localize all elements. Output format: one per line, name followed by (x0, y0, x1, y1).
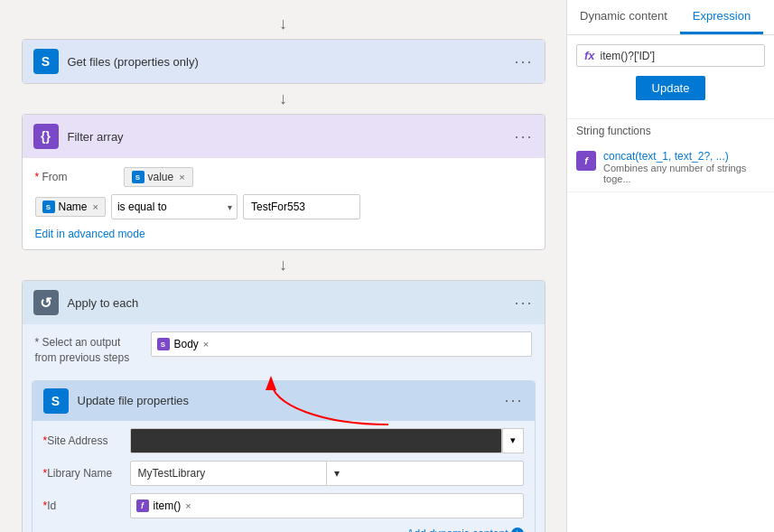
id-label: *Id (43, 499, 125, 512)
add-dynamic-label: Add dynamic content (406, 527, 508, 532)
filter-array-body: * From S value × S Name × is equal to (23, 158, 545, 249)
get-files-title: Get files (properties only) (68, 55, 199, 69)
output-tag-value: Body (174, 338, 199, 350)
edit-advanced-link[interactable]: Edit in advanced mode (35, 228, 145, 240)
apply-icon: ↺ (33, 290, 59, 315)
apply-each-card: ↺ Apply to each ··· * Select an outputfr… (22, 280, 546, 532)
apply-each-header: ↺ Apply to each ··· (23, 281, 545, 324)
tab-expression[interactable]: Expression (680, 0, 763, 34)
right-panel: Dynamic content Expression fx item()?['I… (566, 0, 774, 532)
update-file-header: S Update file properties ··· (33, 381, 535, 421)
concat-function-icon: f (576, 151, 596, 171)
panel-tabs: Dynamic content Expression (567, 0, 774, 35)
id-tag-value: item() (154, 499, 182, 512)
update-sharepoint-icon: S (43, 388, 69, 414)
condition-tag-icon: S (42, 201, 55, 213)
filter-array-header: {} Filter array ··· (23, 115, 545, 158)
from-tag-close[interactable]: × (179, 172, 184, 182)
expression-area: fx item()?['ID'] Update (567, 35, 774, 119)
filter-array-card: {} Filter array ··· * From S value × S N… (22, 114, 546, 250)
update-file-body: *Site Address ▾ *Library Name MyTestLibr… (33, 421, 535, 532)
add-dynamic-plus-icon: + (511, 527, 524, 532)
concat-function-info: concat(text_1, text_2?, ...) Combines an… (603, 150, 765, 184)
condition-name-tag[interactable]: S Name × (35, 197, 106, 217)
get-files-card: S Get files (properties only) ··· (22, 39, 546, 84)
connector-arrow-2: ↓ (18, 89, 548, 108)
condition-operator-select[interactable]: is equal to (111, 194, 238, 219)
library-chevron-icon[interactable]: ▾ (326, 462, 523, 485)
concat-function-name: concat(text_1, text_2?, ...) (603, 150, 765, 163)
concat-function-desc: Combines any number of strings toge... (603, 163, 765, 184)
output-tag-box[interactable]: S Body × (151, 331, 532, 357)
site-address-row: *Site Address ▾ (43, 428, 524, 453)
site-address-label: *Site Address (43, 434, 125, 447)
output-label: * Select an outputfrom previous steps (35, 331, 144, 366)
id-tag-box[interactable]: f item() × (130, 493, 524, 518)
id-fx-icon: f (136, 499, 149, 512)
add-dynamic-area: Add dynamic content + (43, 526, 524, 532)
connector-arrow-top: ↓ (18, 14, 548, 33)
library-name-value: MyTestLibrary (131, 467, 327, 480)
from-tag-value: value (148, 171, 174, 183)
from-tag[interactable]: S value × (124, 167, 193, 187)
output-row: * Select an outputfrom previous steps S … (23, 324, 545, 373)
sharepoint-icon: S (33, 49, 59, 74)
library-name-label: *Library Name (43, 467, 125, 480)
site-address-masked (130, 428, 502, 453)
expression-input[interactable]: item()?['ID'] (601, 50, 757, 62)
apply-each-more-button[interactable]: ··· (514, 294, 533, 313)
filter-array-title: Filter array (68, 130, 124, 144)
library-name-row: *Library Name MyTestLibrary ▾ (43, 461, 524, 486)
string-functions-title: String functions (567, 119, 774, 143)
id-row: *Id f item() × (43, 493, 524, 518)
apply-each-title: Apply to each (68, 296, 139, 310)
concat-function-item[interactable]: f concat(text_1, text_2?, ...) Combines … (567, 143, 774, 192)
site-address-chevron[interactable]: ▾ (502, 428, 524, 453)
condition-tag-label: Name (59, 201, 88, 213)
expression-input-row: fx item()?['ID'] (576, 44, 765, 67)
output-tag-icon: S (157, 338, 170, 350)
condition-tag-close[interactable]: × (93, 201, 98, 212)
update-file-more-button[interactable]: ··· (504, 391, 523, 410)
update-file-title: Update file properties (78, 394, 190, 407)
id-tag-close[interactable]: × (185, 500, 191, 511)
from-label: * From (35, 171, 117, 183)
output-tag-close[interactable]: × (203, 339, 209, 350)
add-dynamic-button[interactable]: Add dynamic content + (406, 527, 523, 532)
update-file-card: S Update file properties ··· *Site Addre… (32, 380, 536, 532)
update-expression-button[interactable]: Update (636, 76, 706, 100)
filter-icon: {} (33, 124, 59, 149)
tab-dynamic-content[interactable]: Dynamic content (567, 0, 680, 34)
filter-array-more-button[interactable]: ··· (514, 127, 533, 146)
get-files-header: S Get files (properties only) ··· (23, 40, 545, 83)
connector-arrow-3: ↓ (18, 256, 548, 275)
fx-label-icon: fx (584, 49, 595, 62)
from-tag-icon: S (132, 171, 145, 183)
condition-row: S Name × is equal to ▾ (35, 194, 532, 219)
get-files-more-button[interactable]: ··· (514, 52, 533, 71)
condition-value-input[interactable] (243, 194, 360, 219)
